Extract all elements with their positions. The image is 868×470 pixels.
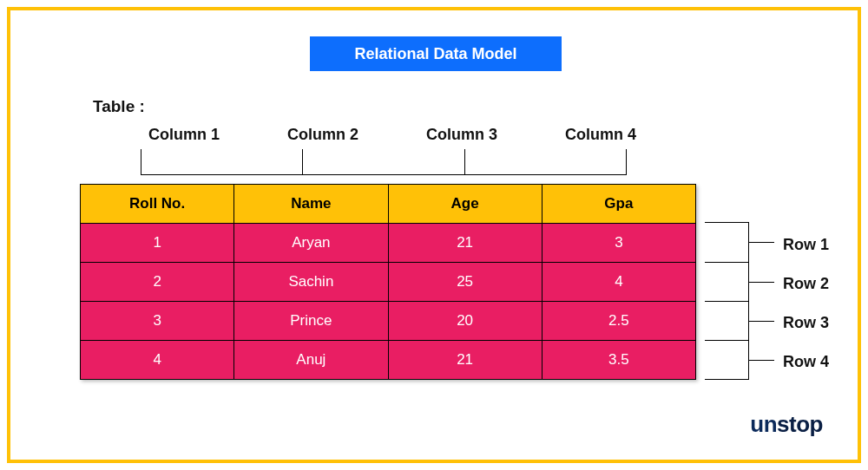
- unstop-logo: unstop: [750, 411, 823, 438]
- row-bracket-line: [705, 262, 748, 263]
- cell-rollno: 1: [81, 224, 234, 263]
- table-row: 2 Sachin 25 4: [81, 263, 696, 302]
- header-gpa: Gpa: [542, 185, 695, 224]
- logo-part-un: un: [750, 411, 777, 437]
- logo-part-stop: stop: [777, 411, 823, 437]
- cell-age: 20: [388, 302, 542, 341]
- cell-rollno: 3: [81, 302, 234, 341]
- cell-name: Aryan: [234, 224, 388, 263]
- column-label-2: Column 2: [279, 126, 366, 144]
- table-row: 3 Prince 20 2.5: [81, 302, 696, 341]
- column-label-3: Column 3: [418, 126, 505, 144]
- row-bracket-connector: [748, 321, 774, 322]
- column-label-1: Column 1: [141, 126, 227, 144]
- row-bracket-connector: [748, 282, 774, 283]
- cell-age: 21: [388, 224, 542, 263]
- row-label-3: Row 3: [783, 304, 829, 343]
- column-bracket-tick: [302, 149, 303, 175]
- cell-gpa: 2.5: [542, 302, 695, 341]
- row-bracket-line: [705, 301, 748, 302]
- column-bracket-tick: [464, 149, 465, 175]
- column-bracket: [141, 149, 627, 175]
- header-age: Age: [388, 185, 542, 224]
- cell-name: Sachin: [234, 263, 388, 302]
- cell-gpa: 3: [542, 224, 695, 263]
- row-bracket-connector: [748, 360, 774, 361]
- row-label-2: Row 2: [783, 264, 829, 304]
- cell-rollno: 2: [81, 263, 234, 302]
- cell-name: Prince: [234, 302, 388, 341]
- cell-rollno: 4: [81, 341, 234, 380]
- row-bracket-line: [705, 340, 748, 341]
- cell-gpa: 3.5: [542, 341, 695, 380]
- diagram-frame: Relational Data Model Table : Column 1 C…: [7, 7, 861, 463]
- table-header-row: Roll No. Name Age Gpa: [81, 185, 696, 224]
- title-bar: Relational Data Model: [310, 36, 562, 71]
- row-label-1: Row 1: [783, 225, 829, 264]
- column-label-4: Column 4: [557, 126, 644, 144]
- row-labels-column: Row 1 Row 2 Row 3 Row 4: [783, 225, 829, 382]
- data-table: Roll No. Name Age Gpa 1 Aryan 21 3 2 Sac…: [80, 184, 696, 380]
- title-text: Relational Data Model: [354, 45, 516, 63]
- column-labels-row: Column 1 Column 2 Column 3 Column 4: [141, 126, 644, 144]
- cell-gpa: 4: [542, 263, 695, 302]
- row-bracket-line: [705, 379, 748, 380]
- header-rollno: Roll No.: [81, 185, 234, 224]
- header-name: Name: [234, 185, 388, 224]
- row-bracket-connector: [748, 242, 774, 243]
- row-bracket: [705, 222, 774, 380]
- table-row: 4 Anuj 21 3.5: [81, 341, 696, 380]
- row-label-4: Row 4: [783, 343, 829, 382]
- table-label: Table :: [93, 97, 145, 116]
- table-row: 1 Aryan 21 3: [81, 224, 696, 263]
- cell-age: 25: [388, 263, 542, 302]
- row-bracket-vbar: [748, 222, 749, 380]
- cell-age: 21: [388, 341, 542, 380]
- row-bracket-line: [705, 222, 748, 223]
- cell-name: Anuj: [234, 341, 388, 380]
